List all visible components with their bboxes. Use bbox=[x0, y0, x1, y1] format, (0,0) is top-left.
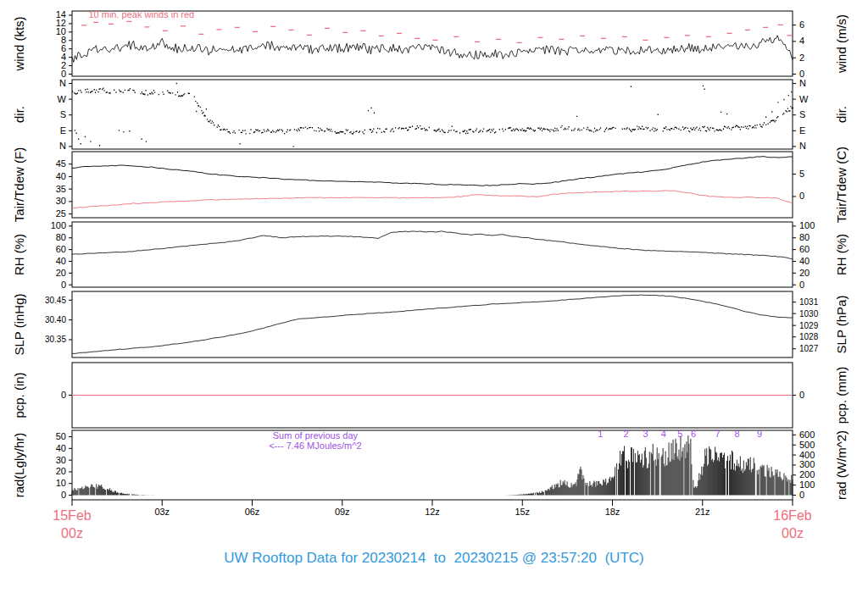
y-axis-right-slp: 10271028102910301031 bbox=[793, 297, 819, 353]
wind-direction-dots bbox=[72, 84, 793, 147]
panel-rh: 020406080100020406080100RH (%)RH (%) bbox=[12, 220, 849, 289]
axis-title-right-pcp: pcp. (mm) bbox=[834, 367, 849, 424]
y-tick-label-left: 0 bbox=[61, 490, 66, 500]
y-tick-label-left: 100 bbox=[51, 220, 66, 230]
x-tick-label: 03z bbox=[154, 507, 170, 517]
y-tick-label-right: 2 bbox=[799, 53, 804, 63]
y-tick-label-right: 5 bbox=[799, 169, 804, 179]
y-tick-label-right: 60 bbox=[799, 244, 810, 254]
slp-trace bbox=[72, 295, 793, 353]
hour-marker-6: 6 bbox=[691, 429, 696, 439]
x-tick-label: 12z bbox=[425, 507, 440, 517]
axis-title-left-slp: SLP (inHg) bbox=[12, 293, 26, 355]
hour-marker-2: 2 bbox=[623, 429, 628, 439]
y-tick-label-right: 300 bbox=[799, 459, 815, 469]
y-tick-label-right: 200 bbox=[799, 469, 815, 479]
hour-marker-3: 3 bbox=[643, 429, 648, 439]
axis-title-left-dir: dir. bbox=[12, 106, 26, 123]
y-tick-label-right: W bbox=[799, 94, 809, 104]
y-axis-left-tair: 2530354045 bbox=[56, 158, 72, 219]
y-axis-left-rad: 01020304050 bbox=[56, 431, 72, 500]
y-tick-label-right: 100 bbox=[799, 220, 815, 230]
hour-marker-5: 5 bbox=[677, 429, 682, 439]
axis-title-left-rad: rad(Lgly/hr) bbox=[12, 433, 26, 498]
y-tick-label-right: 80 bbox=[799, 232, 810, 242]
y-tick-label-right: 600 bbox=[799, 430, 815, 440]
y-tick-label-right: 1031 bbox=[799, 297, 819, 307]
panel-pcp: 00pcp. (in)pcp. (mm) bbox=[12, 363, 849, 428]
panel-dir: NWSENNWSENdir.dir. bbox=[12, 78, 849, 151]
y-axis-left-pcp: 0 bbox=[61, 390, 72, 400]
x-tick-label: 15z bbox=[515, 507, 530, 517]
y-tick-label-left: N bbox=[59, 141, 66, 151]
y-axis-right-rad: 0100200300400500600 bbox=[793, 430, 815, 500]
y-tick-label-right: 4 bbox=[799, 36, 804, 46]
meteogram-figure: 024681012140246wind (kts)wind (m/s)10 mi… bbox=[0, 0, 868, 593]
y-tick-label-right: 100 bbox=[799, 479, 815, 490]
y-axis-left-rh: 020406080100 bbox=[51, 220, 72, 289]
y-tick-label-left: 10 bbox=[56, 478, 66, 488]
y-tick-label-left: 20 bbox=[56, 268, 66, 278]
y-tick-label-left: 30.45 bbox=[45, 296, 66, 305]
y-tick-label-left: 30.40 bbox=[45, 315, 66, 324]
y-tick-label-right: 1028 bbox=[799, 332, 819, 341]
y-tick-label-right: 1029 bbox=[799, 321, 819, 330]
axis-title-right-dir: dir. bbox=[834, 106, 849, 123]
x-tick-label: 21z bbox=[695, 507, 710, 517]
axis-title-right-rh: RH (%) bbox=[834, 234, 849, 275]
y-tick-label-right: 0 bbox=[799, 280, 804, 290]
y-tick-label-left: 80 bbox=[56, 232, 66, 242]
panel-rad: 010203040500100200300400500600rad(Lgly/h… bbox=[12, 429, 849, 500]
panel-border-slp bbox=[72, 291, 793, 357]
tair-trace bbox=[72, 157, 793, 186]
panel-border-dir bbox=[72, 80, 793, 149]
panel-border-tair bbox=[72, 152, 793, 218]
y-tick-label-left: E bbox=[60, 125, 66, 136]
annotation-wind-0: 10 min. peak winds in red bbox=[88, 9, 194, 19]
y-axis-right-dir: NWSEN bbox=[793, 78, 809, 151]
y-axis-left-slp: 30.3530.4030.45 bbox=[45, 296, 72, 345]
y-tick-label-left: 14 bbox=[56, 9, 66, 19]
y-tick-label-left: N bbox=[59, 78, 66, 88]
y-axis-left-dir: NWSEN bbox=[58, 78, 72, 151]
panel-wind: 024681012140246wind (kts)wind (m/s)10 mi… bbox=[12, 9, 849, 79]
annotation-rad-0: Sum of previous day bbox=[273, 430, 359, 441]
y-axis-right-pcp: 0 bbox=[793, 390, 804, 400]
y-tick-label-left: S bbox=[60, 109, 66, 119]
y-tick-label-left: W bbox=[58, 94, 67, 104]
axis-title-right-rad: rad (W/m^2) bbox=[834, 430, 849, 500]
panel-slp: 30.3530.4030.4510271028102910301031SLP (… bbox=[12, 291, 849, 357]
x-start-date-label: 15Feb bbox=[53, 508, 91, 523]
x-tick-label: 09z bbox=[335, 507, 350, 517]
y-tick-label-left: 30 bbox=[56, 196, 66, 206]
y-tick-label-left: 0 bbox=[61, 390, 66, 400]
solar-radiation-bars bbox=[72, 435, 793, 495]
x-start-hour-label: 00z bbox=[61, 526, 83, 540]
y-axis-right-rh: 020406080100 bbox=[793, 220, 815, 289]
hour-marker-9: 9 bbox=[757, 429, 762, 439]
y-tick-label-left: 0 bbox=[61, 280, 66, 290]
y-tick-label-right: 0 bbox=[799, 390, 804, 400]
y-tick-label-left: 60 bbox=[56, 244, 66, 254]
x-tick-label: 18z bbox=[605, 507, 620, 517]
x-end-hour-label: 00z bbox=[782, 526, 804, 540]
x-tick-label: 06z bbox=[245, 507, 260, 517]
axis-title-right-wind: wind (m/s) bbox=[834, 14, 849, 74]
hour-marker-4: 4 bbox=[661, 429, 666, 439]
y-tick-label-left: 40 bbox=[56, 171, 66, 181]
y-tick-label-right: 0 bbox=[799, 191, 804, 201]
axis-title-right-slp: SLP (hPa) bbox=[834, 296, 849, 354]
y-tick-label-left: 20 bbox=[56, 466, 66, 476]
y-tick-label-left: 25 bbox=[56, 208, 66, 219]
y-tick-label-left: 35 bbox=[56, 184, 66, 194]
x-end-date-label: 16Feb bbox=[773, 508, 811, 523]
y-tick-label-right: N bbox=[799, 78, 806, 88]
y-tick-label-left: 30.35 bbox=[45, 335, 66, 344]
panel-border-wind bbox=[72, 11, 793, 76]
y-tick-label-right: N bbox=[799, 141, 806, 151]
y-tick-label-left: 40 bbox=[56, 256, 66, 266]
hour-marker-7: 7 bbox=[715, 429, 720, 439]
y-tick-label-left: 30 bbox=[56, 455, 66, 465]
tdew-trace bbox=[72, 191, 793, 208]
chart-canvas: 024681012140246wind (kts)wind (m/s)10 mi… bbox=[0, 0, 868, 546]
